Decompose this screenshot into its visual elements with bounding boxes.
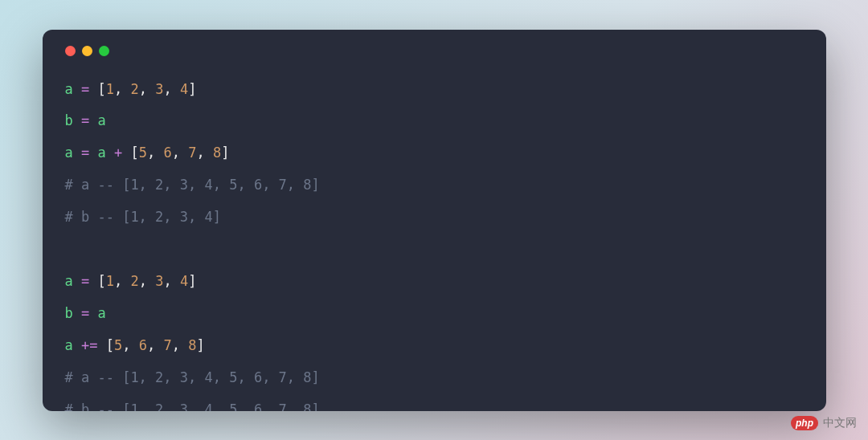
token-punct: , bbox=[139, 273, 155, 289]
token-var: a bbox=[65, 145, 73, 161]
minimize-icon[interactable] bbox=[82, 46, 92, 56]
token-punct: , bbox=[163, 81, 179, 97]
token-var: a bbox=[65, 337, 73, 353]
token-var: a bbox=[98, 305, 106, 321]
token-op: + bbox=[114, 145, 122, 161]
token-punct: [ bbox=[131, 145, 139, 161]
token-space bbox=[73, 273, 81, 289]
token-var: b bbox=[65, 112, 73, 128]
token-punct: [ bbox=[98, 273, 106, 289]
code-line: a = [1, 2, 3, 4] bbox=[65, 74, 804, 106]
token-punct: , bbox=[122, 337, 138, 353]
code-line bbox=[65, 234, 804, 266]
code-line: a = [1, 2, 3, 4] bbox=[65, 266, 804, 298]
code-line: # a -- [1, 2, 3, 4, 5, 6, 7, 8] bbox=[65, 169, 804, 202]
token-punct: ] bbox=[221, 145, 229, 161]
token-punct: [ bbox=[106, 337, 114, 353]
token-var: a bbox=[98, 112, 106, 128]
token-op: = bbox=[81, 112, 89, 128]
token-num: 3 bbox=[155, 81, 163, 97]
token-punct: ] bbox=[196, 337, 204, 353]
code-line: b = a bbox=[65, 298, 804, 330]
code-line: a = a + [5, 6, 7, 8] bbox=[65, 137, 804, 169]
token-op: = bbox=[81, 81, 89, 97]
token-num: 6 bbox=[139, 337, 147, 353]
token-var: a bbox=[98, 145, 106, 161]
token-space bbox=[89, 145, 97, 161]
token-var: a bbox=[65, 81, 73, 97]
token-punct: , bbox=[196, 145, 212, 161]
token-num: 7 bbox=[163, 337, 171, 353]
code-line: # a -- [1, 2, 3, 4, 5, 6, 7, 8] bbox=[65, 362, 804, 394]
token-space bbox=[106, 145, 114, 161]
token-var: b bbox=[65, 305, 73, 321]
watermark-text: 中文网 bbox=[823, 416, 857, 430]
token-num: 1 bbox=[106, 273, 114, 289]
token-op: = bbox=[81, 305, 89, 321]
token-punct: , bbox=[147, 337, 163, 353]
token-num: 2 bbox=[130, 273, 138, 289]
window-controls bbox=[65, 46, 804, 56]
token-punct: ] bbox=[188, 273, 196, 289]
maximize-icon[interactable] bbox=[99, 46, 109, 56]
code-content: a = [1, 2, 3, 4]b = aa = a + [5, 6, 7, 8… bbox=[65, 74, 804, 411]
token-space bbox=[97, 337, 105, 353]
token-comment: # a -- [1, 2, 3, 4, 5, 6, 7, 8] bbox=[65, 177, 320, 193]
token-num: 3 bbox=[155, 273, 163, 289]
token-punct: , bbox=[172, 337, 188, 353]
token-op: = bbox=[81, 145, 89, 161]
token-space bbox=[122, 145, 130, 161]
token-space bbox=[73, 145, 81, 161]
token-var: a bbox=[65, 273, 73, 289]
token-num: 5 bbox=[114, 337, 122, 353]
token-num: 6 bbox=[163, 145, 171, 161]
token-comment: # b -- [1, 2, 3, 4, 5, 6, 7, 8] bbox=[65, 401, 320, 411]
token-punct: , bbox=[147, 145, 163, 161]
token-space bbox=[89, 81, 97, 97]
token-space bbox=[89, 112, 97, 128]
token-num: 1 bbox=[106, 81, 114, 97]
token-punct: , bbox=[172, 145, 188, 161]
token-num: 5 bbox=[139, 145, 147, 161]
token-punct: ] bbox=[188, 81, 196, 97]
token-num: 2 bbox=[130, 81, 138, 97]
token-op: += bbox=[81, 337, 97, 353]
token-op: = bbox=[81, 273, 89, 289]
token-space bbox=[89, 273, 97, 289]
token-space bbox=[73, 337, 81, 353]
token-space bbox=[89, 305, 97, 321]
token-space bbox=[73, 81, 81, 97]
token-num: 4 bbox=[180, 81, 188, 97]
token-num: 8 bbox=[188, 337, 196, 353]
token-punct: , bbox=[163, 273, 179, 289]
token-punct: , bbox=[114, 273, 130, 289]
code-line: b = a bbox=[65, 105, 804, 137]
code-line: # b -- [1, 2, 3, 4] bbox=[65, 202, 804, 234]
token-punct: , bbox=[114, 81, 130, 97]
token-num: 8 bbox=[213, 145, 221, 161]
token-comment: # a -- [1, 2, 3, 4, 5, 6, 7, 8] bbox=[65, 369, 320, 385]
token-punct: , bbox=[139, 81, 155, 97]
code-line: # b -- [1, 2, 3, 4, 5, 6, 7, 8] bbox=[65, 394, 804, 411]
token-punct: [ bbox=[98, 81, 106, 97]
token-space bbox=[73, 305, 81, 321]
token-num: 7 bbox=[188, 145, 196, 161]
code-line: a += [5, 6, 7, 8] bbox=[65, 330, 804, 362]
code-window: a = [1, 2, 3, 4]b = aa = a + [5, 6, 7, 8… bbox=[43, 30, 826, 411]
token-comment: # b -- [1, 2, 3, 4] bbox=[65, 209, 221, 225]
token-num: 4 bbox=[180, 273, 188, 289]
watermark: php 中文网 bbox=[791, 416, 857, 430]
close-icon[interactable] bbox=[65, 46, 76, 56]
token-space bbox=[73, 112, 81, 128]
watermark-badge: php bbox=[791, 416, 818, 430]
